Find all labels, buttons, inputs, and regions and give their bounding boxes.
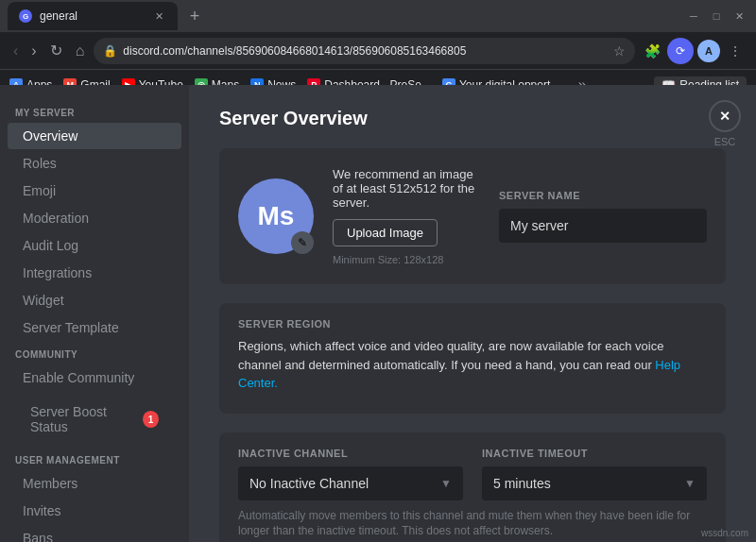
sidebar-item-server-template[interactable]: Server Template [8, 314, 181, 341]
sidebar-item-enable-community[interactable]: Enable Community [8, 364, 181, 391]
profile-button[interactable]: A [697, 40, 720, 62]
sidebar-item-moderation[interactable]: Moderation [8, 205, 181, 231]
server-boost-badge: 1 [143, 411, 159, 428]
inactive-channel-column: INACTIVE CHANNEL No Inactive Channel ▼ [238, 448, 463, 500]
server-name-label: SERVER NAME [499, 190, 707, 201]
section-label-my-server: MY SERVER [0, 100, 189, 122]
inactive-timeout-dropdown[interactable]: 5 minutes ▼ [482, 466, 707, 500]
page-title: Server Overview [219, 108, 726, 129]
edit-icon-button[interactable]: ✎ [291, 231, 314, 254]
browser-tab[interactable]: G general ✕ [8, 2, 178, 30]
inactive-hint-text: Automatically move members to this chann… [238, 508, 707, 540]
settings-sidebar: MY SERVER Overview Roles Emoji Moderatio… [0, 85, 189, 542]
forward-button[interactable]: › [27, 41, 40, 61]
section-label-community: COMMUNITY [0, 342, 189, 364]
inactive-channel-label: INACTIVE CHANNEL [238, 448, 463, 459]
home-button[interactable]: ⌂ [72, 41, 89, 61]
sidebar-item-roles[interactable]: Roles [8, 150, 181, 177]
esc-label: ESC [714, 136, 736, 147]
esc-button[interactable]: ✕ ESC [709, 100, 741, 147]
inactive-timeout-arrow: ▼ [684, 477, 696, 490]
sidebar-item-invites[interactable]: Invites [8, 498, 181, 524]
section-label-user-management: USER MANAGEMENT [0, 448, 189, 469]
sidebar-item-widget[interactable]: Widget [8, 287, 181, 313]
inactive-channel-dropdown[interactable]: No Inactive Channel ▼ [238, 466, 463, 500]
sidebar-item-integrations[interactable]: Integrations [8, 260, 181, 286]
tab-close-button[interactable]: ✕ [151, 8, 166, 24]
inactive-timeout-label: INACTIVE TIMEOUT [482, 448, 707, 459]
extensions-button[interactable]: 🧩 [641, 40, 663, 62]
lock-icon: 🔒 [103, 44, 117, 58]
back-button[interactable]: ‹ [9, 41, 22, 61]
overview-hint-text: We recommend an image of at least 512x51… [333, 167, 480, 210]
sidebar-item-overview[interactable]: Overview [8, 123, 181, 149]
sync-icon: ⟳ [667, 38, 694, 64]
server-region-label: SERVER REGION [238, 318, 707, 330]
server-icon-container: Ms ✎ [238, 178, 314, 254]
sidebar-item-audit-log[interactable]: Audit Log [8, 232, 181, 259]
server-name-section: SERVER NAME [499, 190, 707, 243]
overview-info: We recommend an image of at least 512x51… [333, 167, 480, 265]
server-name-input[interactable] [499, 209, 707, 243]
sidebar-item-members[interactable]: Members [8, 470, 181, 497]
min-size-text: Minimum Size: 128x128 [333, 254, 480, 265]
inactive-timeout-value: 5 minutes [493, 476, 551, 491]
close-window-button[interactable]: ✕ [730, 7, 748, 25]
maximize-button[interactable]: □ [707, 7, 726, 25]
upload-image-button[interactable]: Upload Image [333, 219, 438, 246]
server-region-text: Regions, which affect voice and video qu… [238, 337, 707, 393]
address-text: discord.com/channels/856906084668014613/… [123, 44, 608, 58]
watermark: wssdn.com [701, 528, 748, 538]
esc-circle-icon: ✕ [709, 100, 741, 132]
tab-favicon: G [19, 9, 32, 23]
tab-title: general [40, 9, 77, 23]
reload-button[interactable]: ↻ [46, 40, 66, 61]
inactive-timeout-column: INACTIVE TIMEOUT 5 minutes ▼ [482, 448, 707, 500]
sidebar-item-bans[interactable]: Bans [8, 525, 181, 542]
server-region-card: SERVER REGION Regions, which affect voic… [219, 303, 726, 414]
address-bar[interactable]: 🔒 discord.com/channels/85690608466801461… [94, 38, 635, 64]
inactive-channel-arrow: ▼ [440, 477, 452, 490]
sidebar-item-emoji[interactable]: Emoji [8, 178, 181, 204]
menu-button[interactable]: ⋮ [724, 40, 747, 62]
new-tab-button[interactable]: + [183, 5, 206, 27]
minimize-button[interactable]: ─ [684, 7, 703, 25]
inactive-channel-card: INACTIVE CHANNEL No Inactive Channel ▼ I… [219, 432, 726, 543]
sidebar-item-server-boost[interactable]: Server Boost Status 1 [15, 398, 174, 440]
inactive-channel-value: No Inactive Channel [249, 476, 369, 491]
overview-card: Ms ✎ We recommend an image of at least 5… [219, 148, 726, 284]
main-content-area: ✕ ESC Server Overview Ms ✎ We recommend … [189, 85, 756, 542]
star-icon[interactable]: ☆ [613, 43, 626, 59]
